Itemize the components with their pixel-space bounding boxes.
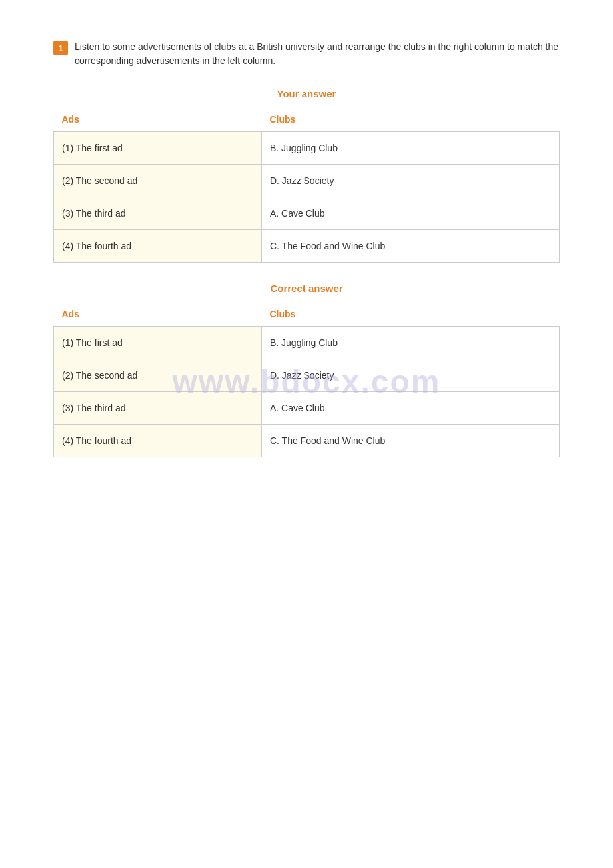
your-answer-ads-header: Ads [54,110,262,132]
your-answer-clubs-header: Clubs [261,110,559,132]
table-row: (4) The fourth ad C. The Food and Wine C… [54,230,560,263]
club-cell: C. The Food and Wine Club [261,425,559,457]
table-row: (4) The fourth ad C. The Food and Wine C… [54,425,560,457]
club-cell: D. Jazz Society [261,359,559,392]
table-row: (3) The third ad A. Cave Club [54,392,560,425]
table-row: (3) The third ad A. Cave Club [54,197,560,230]
correct-answer-ads-header: Ads [54,305,262,327]
ad-cell: (4) The fourth ad [54,230,262,263]
ad-cell: (3) The third ad [54,392,262,425]
table-row: (2) The second ad D. Jazz Society [54,165,560,197]
your-answer-title: Your answer [53,88,560,99]
club-cell: D. Jazz Society [261,165,559,197]
correct-answer-title: Correct answer [53,283,560,294]
ad-cell: (2) The second ad [54,165,262,197]
question-header: 1 Listen to some advertisements of clubs… [53,40,560,68]
your-answer-section: Your answer Ads Clubs (1) The first ad B… [53,88,560,263]
club-cell: C. The Food and Wine Club [261,230,559,263]
correct-answer-watermark-container: www.bdocx.com Ads Clubs (1) The first ad… [53,305,560,457]
club-cell: B. Juggling Club [261,132,559,165]
club-cell: A. Cave Club [261,197,559,230]
table-row: (1) The first ad B. Juggling Club [54,132,560,165]
ad-cell: (4) The fourth ad [54,425,262,457]
ad-cell: (3) The third ad [54,197,262,230]
correct-answer-clubs-header: Clubs [261,305,559,327]
ad-cell: (1) The first ad [54,327,262,359]
table-row: (1) The first ad B. Juggling Club [54,327,560,359]
table-row: (2) The second ad D. Jazz Society [54,359,560,392]
your-answer-table: Ads Clubs (1) The first ad B. Juggling C… [53,110,560,263]
question-text: Listen to some advertisements of clubs a… [75,40,560,68]
ad-cell: (2) The second ad [54,359,262,392]
correct-answer-table: Ads Clubs (1) The first ad B. Juggling C… [53,305,560,457]
club-cell: A. Cave Club [261,392,559,425]
club-cell: B. Juggling Club [261,327,559,359]
question-number-badge: 1 [53,41,68,55]
ad-cell: (1) The first ad [54,132,262,165]
correct-answer-section: Correct answer www.bdocx.com Ads Clubs (… [53,283,560,457]
